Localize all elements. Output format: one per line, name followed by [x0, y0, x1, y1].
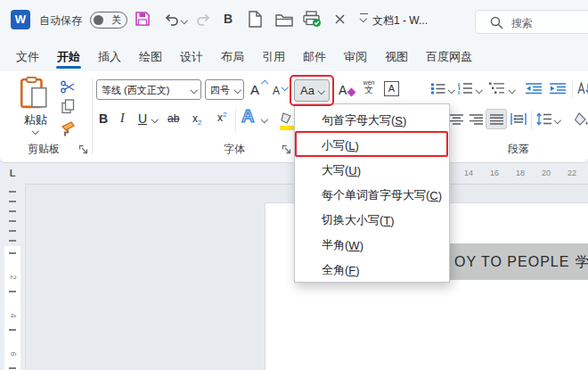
font-dialog-launcher[interactable] [282, 144, 291, 154]
paste-label[interactable]: 粘贴 [12, 112, 59, 128]
tab-layout[interactable]: 布局 [212, 40, 253, 71]
paste-button[interactable] [20, 77, 48, 109]
search-box[interactable]: 搜索 [475, 10, 588, 34]
subscript-button[interactable]: x2 [192, 112, 201, 127]
copy-icon [61, 99, 75, 114]
copy-button[interactable] [61, 99, 75, 114]
quick-bold-button[interactable]: B [224, 12, 233, 26]
text-effects-button[interactable]: A [241, 106, 254, 127]
grow-font-button[interactable]: A [250, 82, 259, 97]
text-effects-chevron-icon[interactable] [261, 116, 268, 123]
change-case-menu: 句首字母大写(S) 小写(L) 大写(U) 每个单词首字母大写(C) 切换大小写… [294, 103, 450, 283]
font-size-select[interactable]: 四号 [205, 79, 244, 100]
tab-stop-selector[interactable]: L [5, 166, 20, 180]
phonetic-guide-button[interactable]: wén 文 [360, 79, 378, 95]
bold-button[interactable]: B [99, 111, 108, 126]
menu-item-accelerator: C [429, 189, 437, 202]
align-center-icon [450, 114, 463, 125]
menu-item-label: 句首字母大写( [322, 112, 395, 128]
align-center-button[interactable] [450, 114, 463, 125]
menu-item-accelerator: T [383, 214, 390, 227]
font-name-select[interactable]: 等线 (西文正文) [96, 79, 201, 100]
tab-design[interactable]: 设计 [171, 40, 212, 71]
ribbon-tabs: 文件 开始 插入 绘图 设计 布局 引用 邮件 审阅 视图 百度网盘 [0, 40, 588, 71]
qat-customize-button[interactable] [360, 13, 369, 14]
autosave-toggle[interactable]: 关 [90, 12, 127, 29]
clear-formatting-button[interactable]: A [339, 83, 347, 97]
strikethrough-button[interactable]: ab [167, 112, 179, 125]
toggle-knob-icon [94, 15, 103, 25]
tab-baidu-netdisk[interactable]: 百度网盘 [417, 40, 481, 71]
undo-button[interactable] [164, 12, 178, 26]
change-case-button[interactable]: Aa [294, 79, 330, 102]
menu-item-capitalize-each-word[interactable]: 每个单词首字母大写(C) [295, 183, 449, 208]
paste-clipboard-icon [20, 77, 48, 109]
open-file-button[interactable] [275, 13, 293, 27]
print-preview-button[interactable] [303, 11, 322, 28]
button-separator [531, 111, 532, 130]
tab-references[interactable]: 引用 [253, 40, 294, 71]
paste-chevron-icon[interactable] [32, 127, 39, 135]
distributed-button[interactable] [510, 112, 527, 126]
decrease-indent-button[interactable] [526, 83, 542, 95]
multilevel-chevron-icon[interactable] [509, 86, 516, 94]
bullets-button[interactable] [431, 83, 445, 95]
tab-home[interactable]: 开始 [48, 40, 89, 71]
justify-icon [490, 114, 503, 125]
menu-item-full-width[interactable]: 全角(F) [295, 258, 449, 283]
clipboard-dialog-launcher[interactable] [78, 144, 88, 154]
menu-item-half-width[interactable]: 半角(W) [295, 233, 449, 258]
menu-item-accelerator: W [348, 239, 359, 252]
tab-file[interactable]: 文件 [7, 40, 48, 71]
tab-draw[interactable]: 绘图 [130, 40, 171, 71]
superscript-button[interactable]: x2 [217, 111, 226, 124]
line-spacing-chevron-icon[interactable] [554, 117, 561, 124]
ruler-number: 2 [7, 272, 18, 283]
undo-icon [164, 12, 178, 26]
group-separator [92, 78, 93, 155]
tab-view[interactable]: 视图 [376, 40, 417, 71]
justify-button[interactable] [486, 109, 507, 129]
autosave-state: 关 [111, 13, 121, 27]
italic-button[interactable]: I [120, 111, 125, 126]
menu-item-lowercase[interactable]: 小写(L) [295, 133, 449, 158]
menu-item-uppercase[interactable]: 大写(U) [295, 158, 449, 183]
tab-review[interactable]: 审阅 [335, 40, 376, 71]
underline-chevron-icon[interactable] [151, 116, 159, 123]
undo-chevron-icon[interactable] [181, 17, 188, 24]
redo-icon [197, 12, 211, 26]
menu-item-accelerator: U [348, 164, 356, 177]
line-spacing-button[interactable] [536, 112, 551, 126]
decrease-indent-icon [526, 83, 542, 95]
new-document-button[interactable] [249, 11, 262, 28]
document-title: 文档1 - W... [372, 13, 428, 29]
ruler-tick [9, 291, 16, 292]
titlebar: W 自动保存 关 B [0, 0, 588, 40]
menu-item-toggle-case[interactable]: 切换大小写(T) [295, 208, 449, 233]
underline-button[interactable]: U [138, 111, 147, 126]
highlight-color-button[interactable] [278, 111, 296, 131]
tab-insert[interactable]: 插入 [89, 40, 130, 71]
cut-button[interactable] [61, 80, 76, 94]
shading-button[interactable] [575, 112, 588, 127]
qat-close-button[interactable] [334, 13, 346, 25]
align-right-button[interactable] [470, 114, 483, 125]
bullets-chevron-icon[interactable] [448, 86, 455, 94]
save-icon [135, 11, 151, 27]
redo-button[interactable] [197, 12, 211, 26]
tab-mailings[interactable]: 邮件 [294, 40, 335, 71]
shrink-font-button[interactable]: A [273, 85, 280, 97]
multilevel-list-button[interactable] [489, 82, 505, 95]
increase-indent-button[interactable] [550, 83, 566, 95]
format-painter-button[interactable] [61, 121, 76, 136]
text-effects-label: A [241, 106, 254, 126]
ruler-tick [9, 191, 16, 193]
save-button[interactable] [135, 11, 151, 27]
numbering-chevron-icon[interactable] [476, 86, 483, 94]
menu-item-accelerator: F [348, 264, 355, 277]
sort-button[interactable] [577, 82, 588, 95]
numbering-button[interactable] [458, 82, 473, 95]
character-border-button[interactable]: A [384, 81, 399, 96]
menu-item-sentence-case[interactable]: 句首字母大写(S) [295, 108, 449, 133]
subscript-mark: 2 [198, 119, 201, 127]
